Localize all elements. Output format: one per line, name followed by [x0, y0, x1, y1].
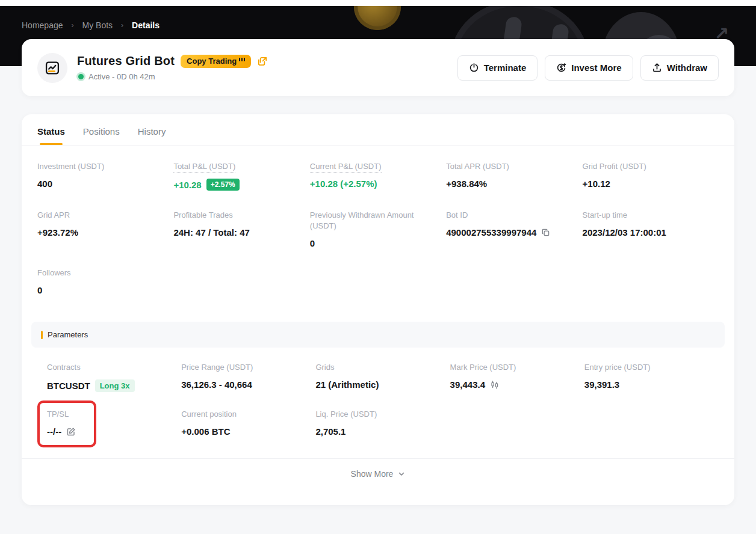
stat-total-pl: Total P&L (USDT) +10.28 +2.57%: [173, 161, 309, 191]
external-link-icon[interactable]: [257, 56, 268, 67]
tab-history[interactable]: History: [138, 126, 166, 145]
tab-positions[interactable]: Positions: [83, 126, 120, 145]
breadcrumb-separator-icon: ›: [121, 21, 123, 29]
stat-grid-apr: Grid APR +923.72%: [37, 210, 173, 248]
copy-icon[interactable]: [541, 228, 550, 237]
bot-identity: Futures Grid Bot Copy Trading Active -: [37, 53, 268, 83]
stats-grid: Investment (USDT) 400 Total P&L (USDT) +…: [22, 146, 734, 319]
parameters-title: Parameters: [48, 330, 88, 339]
param-current-position: Current position +0.006 BTC: [181, 409, 315, 437]
upload-icon: [652, 63, 662, 73]
stat-previously-withdrawn: Previously Withdrawn Amount (USDT) 0: [310, 210, 446, 248]
candlestick-chart-icon[interactable]: [490, 380, 500, 390]
pl-percent-badge: +2.57%: [206, 179, 240, 191]
show-more-button[interactable]: Show More: [22, 459, 734, 489]
status-text: Active - 0D 0h 42m: [88, 72, 155, 81]
param-price-range: Price Range (USDT) 36,126.3 - 40,664: [181, 362, 315, 392]
stat-followers: Followers 0: [37, 268, 173, 295]
long-leverage-badge: Long 3x: [95, 379, 135, 392]
param-liq-price: Liq. Price (USDT) 2,705.1: [315, 409, 450, 437]
tab-bar: Status Positions History: [22, 114, 734, 146]
top-strip: [0, 0, 756, 6]
param-contracts: Contracts BTCUSDT Long 3x: [47, 362, 181, 392]
terminate-button[interactable]: Terminate: [457, 55, 538, 81]
header-actions: Terminate Invest More Withdraw: [457, 55, 719, 81]
dollar-circle-icon: [556, 63, 566, 73]
red-highlight-annotation: [37, 400, 96, 447]
param-mark-price: Mark Price (USDT) 39,443.4: [450, 362, 584, 392]
parameters-header: Parameters: [31, 322, 725, 348]
stat-profitable-trades: Profitable Trades 24H: 47 / Total: 47: [173, 210, 309, 248]
bot-header-card: Futures Grid Bot Copy Trading Active -: [22, 39, 734, 96]
stat-investment: Investment (USDT) 400: [37, 161, 173, 191]
stat-grid-profit: Grid Profit (USDT) +10.12: [583, 161, 719, 191]
withdraw-button[interactable]: Withdraw: [640, 55, 719, 81]
active-status-dot: [78, 74, 84, 79]
stat-bot-id: Bot ID 490002755339997944: [446, 210, 582, 248]
breadcrumb-separator-icon: ›: [72, 21, 74, 29]
parameters-section: Parameters Contracts BTCUSDT Long 3x Pri…: [31, 322, 725, 451]
bot-details-card: Status Positions History Investment (USD…: [22, 114, 734, 505]
power-icon: [469, 63, 479, 73]
tab-status[interactable]: Status: [37, 126, 65, 145]
page-title: Futures Grid Bot: [77, 54, 175, 68]
breadcrumb-homepage[interactable]: Homepage: [22, 20, 63, 30]
breadcrumb: Homepage › My Bots › Details: [22, 20, 160, 30]
param-entry-price: Entry price (USDT) 39,391.3: [584, 362, 719, 392]
breadcrumb-my-bots[interactable]: My Bots: [82, 20, 113, 30]
stat-startup-time: Start-up time 2023/12/03 17:00:01: [583, 210, 719, 248]
copy-trading-badge[interactable]: Copy Trading: [181, 55, 251, 68]
gold-coin-icon: [354, 6, 401, 30]
param-tp-sl: TP/SL --/--: [47, 409, 181, 437]
invest-more-button[interactable]: Invest More: [545, 55, 633, 81]
stat-current-pl: Current P&L (USDT) +10.28 (+2.57%): [310, 161, 446, 191]
grid-bot-logo-icon: [37, 53, 67, 83]
breadcrumb-details: Details: [132, 20, 160, 30]
card-footer: Show More: [22, 458, 734, 489]
accent-bar-icon: [41, 331, 43, 339]
parameters-grid: Contracts BTCUSDT Long 3x Price Range (U…: [31, 348, 725, 451]
stat-total-apr: Total APR (USDT) +938.84%: [446, 161, 582, 191]
chevron-down-icon: [398, 470, 405, 477]
signal-bars-icon: [239, 58, 245, 61]
edit-icon[interactable]: [66, 427, 76, 437]
param-grids: Grids 21 (Arithmetic): [315, 362, 450, 392]
